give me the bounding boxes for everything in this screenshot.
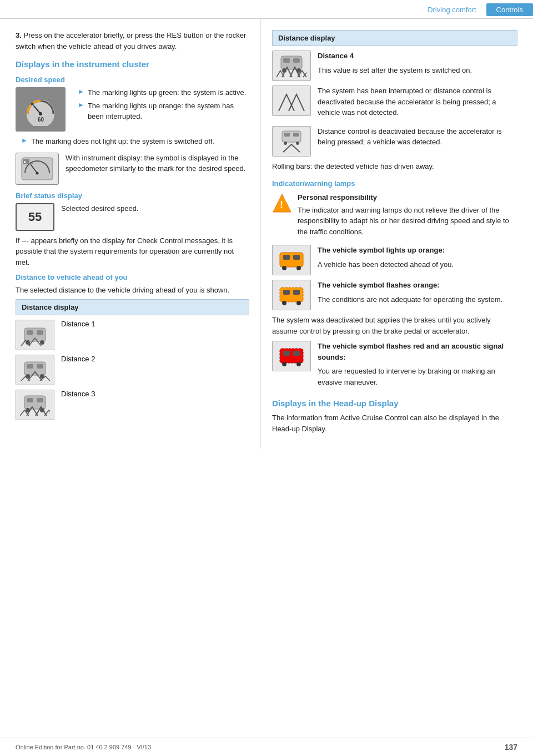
section-displays-heading: Displays in the instrument cluster	[16, 59, 249, 69]
car1-svg	[20, 322, 50, 347]
footer-page: 137	[505, 743, 517, 752]
sub-indicator: Indicator/warning lamps	[272, 179, 517, 188]
left-column: 3. Press on the accelerator briefly, or …	[0, 19, 261, 448]
distance4-text-col: Distance 4 This value is set after the s…	[318, 51, 472, 79]
svg-point-43	[296, 266, 301, 270]
instrument-display-text: With instrument display: the symbol is d…	[66, 153, 249, 174]
svg-rect-23	[27, 398, 33, 402]
tab-driving-comfort[interactable]: Driving comfort	[418, 3, 486, 16]
svg-rect-14	[37, 330, 43, 335]
distance3-row: Distance 3	[16, 390, 249, 420]
sub-head-up: Displays in the Head-up Display	[272, 399, 517, 408]
orange-lights-title: The vehicle symbol lights up orange:	[318, 245, 454, 256]
svg-rect-51	[293, 351, 300, 356]
bullet-green-text: The marking lights up green: the system …	[88, 87, 246, 98]
svg-point-47	[282, 301, 286, 305]
svg-rect-33	[284, 133, 290, 137]
distance1-row: Distance 1	[16, 320, 249, 350]
svg-rect-29	[293, 58, 300, 63]
flashes-red-row: The vehicle symbol flashes red and an ac…	[272, 341, 517, 391]
car2-svg	[20, 357, 50, 382]
svg-rect-44	[280, 288, 303, 302]
interrupted-desc: The system has been interrupted or dista…	[318, 85, 517, 118]
orange-lights-desc: A vehicle has been detected ahead of you…	[318, 259, 454, 270]
distance4-icon	[272, 51, 311, 81]
tab-controls[interactable]: Controls	[486, 3, 533, 16]
interrupted-row: The system has been interrupted or dista…	[272, 85, 517, 122]
distance-display-box-right: Distance display	[272, 30, 517, 46]
svg-point-35	[284, 142, 287, 145]
flashes-red-svg	[276, 344, 306, 369]
bullet-green: ► The marking lights up green: the syste…	[72, 87, 249, 98]
distance2-row: Distance 2	[16, 355, 249, 385]
deactivated-desc: Distance control is deactivated because …	[318, 126, 517, 148]
svg-text:►: ►	[23, 160, 27, 164]
flashes-red-text: The vehicle symbol flashes red and an ac…	[318, 341, 517, 391]
head-up-desc: The information from Active Cruise Contr…	[272, 412, 517, 434]
arrow-icon-1: ►	[78, 88, 84, 95]
distance2-label: Distance 2	[61, 355, 95, 363]
flashes-red-desc: You are requested to intervene by brakin…	[318, 366, 517, 387]
car3-svg	[20, 392, 50, 417]
warning-content: Personal responsibility The indicator an…	[298, 192, 517, 240]
deactivated-icon	[272, 126, 311, 157]
arrow-icon-2: ►	[78, 101, 84, 109]
svg-point-42	[282, 266, 286, 270]
rolling-bars-text: Rolling bars: the detected vehicle has d…	[272, 161, 517, 172]
svg-rect-40	[283, 255, 290, 260]
orange-lights-row: The vehicle symbol lights up orange: A v…	[272, 245, 517, 275]
svg-rect-45	[283, 290, 290, 295]
desired-speed-bullets: ► The marking lights up green: the syste…	[72, 87, 249, 124]
car4-svg	[276, 54, 306, 78]
svg-rect-18	[27, 364, 33, 369]
orange-lights-text: The vehicle symbol lights up orange: A v…	[318, 245, 454, 273]
bullet-orange-text: The marking lights up orange: the system…	[88, 100, 249, 122]
step3-text: 3. Press on the accelerator briefly, or …	[16, 30, 249, 52]
distance-intro: The selected distance to the vehicle dri…	[16, 285, 249, 296]
svg-point-53	[296, 362, 301, 366]
svg-rect-46	[293, 290, 300, 295]
svg-rect-39	[280, 253, 303, 267]
brief-status-row: 55 Selected desired speed.	[16, 203, 249, 231]
svg-rect-19	[37, 364, 43, 369]
display-55-image: 55	[16, 203, 54, 231]
bullet-off: ► The marking does not light up: the sys…	[16, 136, 249, 147]
system-brakes-text: The system was deactivated but applies t…	[272, 315, 517, 336]
svg-text:!: !	[280, 199, 283, 210]
svg-point-16	[40, 340, 44, 345]
flashes-orange-svg	[276, 283, 306, 308]
svg-rect-17	[24, 362, 46, 375]
header: Driving comfort Controls	[0, 0, 533, 19]
sub-distance: Distance to vehicle ahead of you	[16, 273, 249, 281]
svg-point-48	[296, 301, 301, 305]
distance4-desc: This value is set after the system is sw…	[318, 65, 472, 76]
svg-rect-28	[283, 58, 290, 63]
flashes-orange-text: The vehicle symbol flashes orange: The c…	[318, 280, 502, 308]
distance1-label: Distance 1	[61, 320, 95, 328]
step-number: 3.	[16, 31, 22, 39]
orange-car-svg	[276, 248, 306, 273]
svg-point-5	[31, 103, 34, 105]
personal-responsibility-title: Personal responsibility	[298, 192, 517, 203]
flashes-orange-title: The vehicle symbol flashes orange:	[318, 280, 502, 291]
flashes-orange-icon	[272, 280, 311, 310]
svg-point-2	[39, 112, 42, 115]
svg-point-36	[296, 142, 299, 145]
distance4-label: Distance 4	[318, 51, 472, 62]
svg-rect-27	[281, 56, 302, 69]
svg-text:60: 60	[38, 117, 44, 123]
header-nav: Driving comfort Controls	[418, 3, 533, 16]
brief-desc: Selected desired speed.	[61, 203, 138, 214]
svg-rect-49	[280, 349, 303, 363]
instr-svg: ►	[21, 157, 54, 181]
svg-rect-34	[293, 133, 299, 137]
desired-speed-row: 60 ► The marking lights up green: the sy…	[16, 87, 249, 132]
deactivated-svg	[276, 129, 306, 153]
instrument-display-row: ► With instrument display: the symbol is…	[16, 153, 249, 185]
instrument-display-image: ►	[16, 153, 59, 185]
svg-point-20	[26, 374, 30, 379]
distance-display-box-left: Distance display	[16, 299, 249, 315]
orange-car-icon	[272, 245, 311, 275]
sub-desired-speed: Desired speed	[16, 75, 249, 84]
arrow-icon-3: ►	[21, 137, 28, 144]
